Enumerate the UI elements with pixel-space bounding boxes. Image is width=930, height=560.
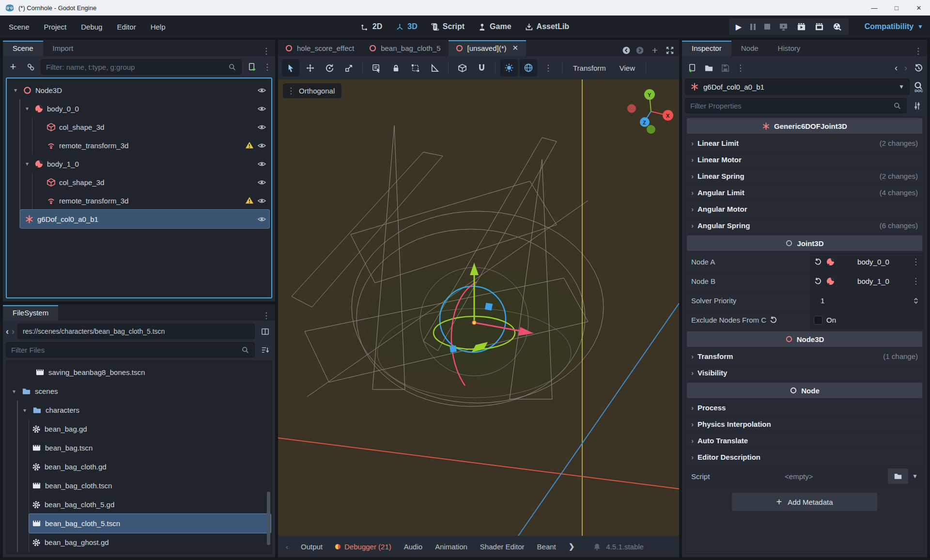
node-a-options-icon[interactable]: ⋮ [912,257,920,267]
visibility-eye-icon[interactable] [257,215,266,224]
warning-icon[interactable] [245,141,254,150]
node-b-options-icon[interactable]: ⋮ [912,276,920,286]
transform-menu[interactable]: Transform [567,64,612,72]
scene-tab-unsaved[interactable]: [unsaved](*) ✕ [449,40,526,56]
bottom-tab-beanbag[interactable]: Beant [537,543,556,551]
visibility-eye-icon[interactable] [257,141,266,150]
close-button[interactable]: ✕ [908,0,930,16]
spinner-icon[interactable] [912,297,920,305]
visibility-eye-icon[interactable] [257,104,266,113]
file-tree-scrollbar[interactable] [267,492,270,545]
bottom-tab-debugger[interactable]: Debugger (21) [335,543,391,551]
scene-tree-menu-icon[interactable]: ⋮ [262,62,272,72]
filesystem-menu-icon[interactable]: ⋮ [257,311,275,321]
stop-button[interactable] [764,24,770,30]
menu-project[interactable]: Project [44,23,67,31]
revert-icon[interactable] [769,316,777,324]
file-row[interactable]: bean_bag_cloth.gd [29,457,271,476]
tree-row-node3d[interactable]: ▾ Node3D [9,81,269,99]
preview-environment-button[interactable] [520,59,537,77]
file-row[interactable]: saving_beanbag8_bones.tscn [7,363,271,382]
tab-history[interactable]: History [768,41,810,56]
section-angular-spring[interactable]: ›Angular Spring (6 changes) [685,218,924,234]
folder-row-scenes[interactable]: ▾ scenes [7,382,271,401]
section-linear-motor[interactable]: ›Linear Motor [685,152,924,168]
remote-debug-icon[interactable] [779,22,788,31]
tree-row-col-shape-2[interactable]: col_shape_3d [32,173,269,191]
section-linear-limit[interactable]: ›Linear Limit (2 changes) [685,135,924,152]
file-row[interactable]: bean_bag_cloth_5.gd [29,495,271,514]
resource-menu-icon[interactable]: ⋮ [734,63,746,73]
context-script[interactable]: Script [431,22,465,31]
scene-dock-menu-icon[interactable]: ⋮ [257,46,275,56]
visibility-eye-icon[interactable] [257,86,266,95]
tab-forward-icon[interactable] [636,46,644,55]
panel-scroll-right-icon[interactable]: ❯ [569,542,575,551]
group-node-button[interactable] [406,59,424,77]
section-angular-limit[interactable]: ›Angular Limit (4 changes) [685,185,924,201]
menu-help[interactable]: Help [151,23,166,31]
notification-bell-icon[interactable] [593,543,601,551]
history-forward-icon[interactable]: › [904,63,907,73]
section-angular-motor[interactable]: ›Angular Motor [685,201,924,218]
context-assetlib[interactable]: AssetLib [525,22,570,31]
tree-row-body-0-0[interactable]: ▾ body_0_0 [20,99,269,118]
instance-scene-button[interactable] [23,60,38,74]
tree-row-body-1-0[interactable]: ▾ body_1_0 [20,155,269,173]
snap-object-button[interactable] [453,59,471,77]
bottom-tab-animation[interactable]: Animation [435,543,467,551]
preview-sunlight-button[interactable] [500,59,518,77]
view-menu-icon[interactable]: ⋮ [287,86,295,96]
tree-row-col-shape[interactable]: col_shape_3d [32,118,269,136]
close-tab-icon[interactable]: ✕ [512,44,518,52]
tab-node[interactable]: Node [731,41,768,56]
collapse-icon[interactable]: ▾ [10,388,18,395]
file-row-selected[interactable]: bean_bag_cloth_5.tscn [29,514,271,533]
panel-scroll-left-icon[interactable]: ‹ [286,543,288,551]
collapse-icon[interactable]: ▾ [23,105,31,112]
context-3d[interactable]: 3D [396,22,417,31]
file-row[interactable]: bean_bag.tscn [29,438,271,457]
revert-icon[interactable] [814,277,822,285]
load-resource-button[interactable] [701,61,716,75]
tab-filesystem[interactable]: FileSystem [3,305,58,321]
exclude-nodes-checkbox[interactable] [814,316,822,325]
menu-editor[interactable]: Editor [117,23,136,31]
edited-node-selector[interactable]: g6Dof_col0_a0_b1 ▼ [685,78,910,95]
preview-options-icon[interactable]: ⋮ [539,63,557,73]
scene-tab-hole-score-effect[interactable]: hole_score_effect [278,41,362,56]
section-physics-interpolation[interactable]: ›Physics Interpolation [685,416,924,433]
fs-split-mode-button[interactable] [258,324,272,339]
tab-scene[interactable]: Scene [3,41,43,56]
expand-viewport-icon[interactable] [666,46,674,55]
use-snap-button[interactable] [473,59,490,77]
fs-sort-button[interactable] [258,342,272,357]
bottom-tab-shader-editor[interactable]: Shader Editor [480,543,525,551]
context-2d[interactable]: 2D [361,22,382,31]
visibility-eye-icon[interactable] [257,178,266,187]
scene-filter-input[interactable] [46,63,228,71]
file-row[interactable]: bean_bag.gd [29,420,271,438]
section-visibility[interactable]: ›Visibility [685,365,924,381]
add-node-button[interactable]: + [6,60,20,74]
property-tools-icon[interactable] [910,98,924,113]
file-row[interactable]: bean_bag_ghost.gd [29,533,271,552]
script-options-chevron-icon[interactable]: ▼ [912,473,918,480]
add-metadata-button[interactable]: + Add Metadata [732,493,877,511]
scene-tab-bean-bag-cloth-5[interactable]: bean_bag_cloth_5 [362,41,448,56]
fs-back-button[interactable]: ‹ [6,327,9,337]
tool-scale-button[interactable] [340,59,357,77]
new-scene-tab-icon[interactable]: + [652,45,658,56]
ruler-button[interactable] [426,59,443,77]
projection-label[interactable]: ⋮ Orthogonal [283,83,341,98]
node-b-value[interactable]: body_1_0 [839,277,908,285]
movie-reel-icon[interactable] [833,22,842,31]
visibility-eye-icon[interactable] [257,123,266,132]
maximize-button[interactable]: □ [885,0,908,16]
collapse-icon[interactable]: ▾ [12,87,19,93]
context-game[interactable]: Game [478,22,511,31]
section-process[interactable]: ›Process [685,400,924,416]
tool-list-select-button[interactable] [368,59,385,77]
renderer-dropdown[interactable]: Compatibility▼ [865,16,923,38]
bottom-tab-audio[interactable]: Audio [404,543,422,551]
